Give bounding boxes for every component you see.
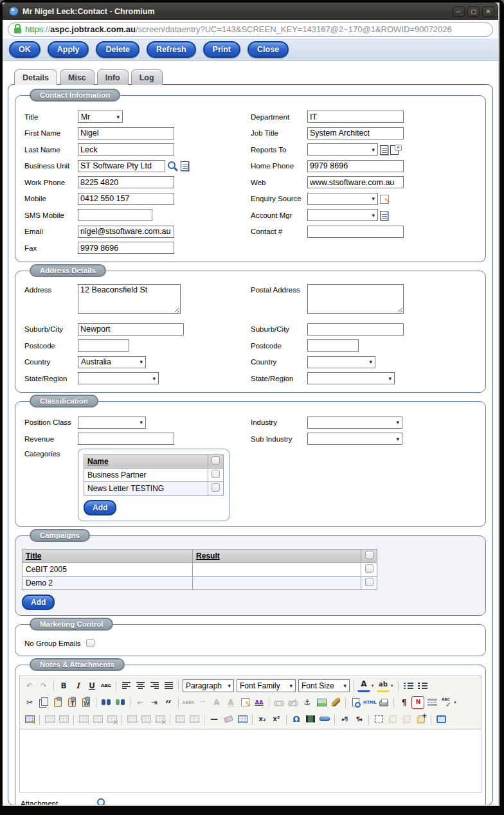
left-to-right-icon[interactable]: ▸¶ bbox=[338, 713, 351, 726]
spellcheck-icon[interactable] bbox=[440, 696, 453, 709]
industry-select[interactable]: ▾ bbox=[307, 416, 402, 429]
right-to-left-icon[interactable]: ¶◂ bbox=[352, 713, 365, 726]
apply-button[interactable]: Apply bbox=[48, 41, 89, 58]
align-left-icon[interactable] bbox=[120, 679, 132, 692]
print-icon[interactable] bbox=[377, 696, 390, 709]
align-center-icon[interactable] bbox=[134, 679, 147, 692]
nonbreaking-icon[interactable]: N bbox=[411, 696, 424, 709]
paste-from-word-icon[interactable] bbox=[80, 696, 93, 709]
tab-log[interactable]: Log bbox=[131, 69, 163, 85]
absolute-position-icon[interactable] bbox=[372, 713, 385, 726]
country-select[interactable]: Australia▾ bbox=[78, 356, 146, 368]
minimize-button[interactable]: ─ bbox=[453, 6, 465, 17]
categories-header-name[interactable]: Name bbox=[84, 454, 208, 468]
font-family-select[interactable]: Font Family▾ bbox=[237, 679, 296, 692]
media-icon[interactable] bbox=[304, 713, 317, 726]
fax-input[interactable] bbox=[78, 242, 174, 254]
postal-postcode-input[interactable] bbox=[307, 339, 359, 352]
category-row-checkbox[interactable] bbox=[212, 483, 220, 492]
state-region-select[interactable]: ▾ bbox=[78, 372, 159, 384]
copy-icon[interactable] bbox=[37, 696, 50, 709]
numbered-list-icon[interactable] bbox=[416, 679, 429, 692]
address-bar[interactable]: https :// aspc.jobtrack.com.au /screen/d… bbox=[8, 22, 493, 37]
horizontal-rule-icon[interactable]: — bbox=[208, 713, 221, 726]
document-icon[interactable] bbox=[380, 145, 388, 155]
ok-button[interactable]: OK bbox=[9, 41, 40, 58]
find-replace-icon[interactable] bbox=[114, 696, 127, 709]
italic-icon[interactable]: I bbox=[71, 679, 84, 692]
suburb-city-input[interactable] bbox=[78, 323, 184, 336]
indent-icon[interactable]: ⇥ bbox=[148, 696, 161, 709]
last-name-input[interactable] bbox=[78, 143, 174, 156]
tab-details[interactable]: Details bbox=[14, 69, 57, 85]
sub-industry-select[interactable]: ▾ bbox=[307, 433, 402, 445]
cut-icon[interactable]: ✂ bbox=[23, 696, 36, 709]
document-icon[interactable] bbox=[181, 161, 189, 171]
mobile-input[interactable] bbox=[78, 193, 174, 205]
print-button[interactable]: Print bbox=[203, 41, 240, 58]
title-select[interactable]: Mr▾ bbox=[78, 111, 123, 123]
enquiry-source-select[interactable]: ▾ bbox=[307, 193, 378, 205]
campaigns-add-button[interactable]: Add bbox=[22, 595, 55, 610]
cleanup-icon[interactable] bbox=[329, 696, 342, 709]
font-size-select[interactable]: Font Size▾ bbox=[298, 679, 350, 692]
page-break-icon[interactable] bbox=[426, 696, 438, 709]
account-mgr-select[interactable]: ▾ bbox=[307, 209, 378, 221]
bullet-list-icon[interactable] bbox=[402, 679, 415, 692]
close-button[interactable]: Close bbox=[248, 41, 289, 58]
no-group-emails-checkbox[interactable] bbox=[86, 639, 94, 647]
text-color-icon[interactable]: A bbox=[357, 679, 370, 692]
campaign-row-checkbox[interactable] bbox=[365, 578, 374, 586]
advanced-hr-icon[interactable] bbox=[318, 713, 331, 726]
highlight-color-icon[interactable]: ab bbox=[377, 679, 390, 692]
postal-suburb-city-input[interactable] bbox=[307, 323, 404, 336]
special-character-icon[interactable]: Ω bbox=[290, 713, 303, 726]
paste-as-text-icon[interactable] bbox=[66, 696, 78, 709]
categories-select-all-checkbox[interactable] bbox=[212, 456, 220, 465]
position-class-select[interactable]: ▾ bbox=[78, 416, 146, 429]
department-input[interactable] bbox=[307, 111, 404, 123]
citation-icon[interactable]: AA bbox=[253, 696, 266, 709]
delete-button[interactable]: Delete bbox=[96, 41, 140, 58]
text-color-caret[interactable]: ▾ bbox=[370, 679, 375, 692]
image-icon[interactable] bbox=[315, 696, 328, 709]
work-phone-input[interactable] bbox=[78, 176, 174, 188]
maximize-button[interactable]: ▢ bbox=[467, 6, 480, 17]
campaigns-header-result[interactable]: Result bbox=[193, 549, 361, 562]
visual-aid-icon[interactable] bbox=[236, 713, 249, 726]
web-input[interactable] bbox=[307, 176, 404, 188]
highlight-color-caret[interactable]: ▾ bbox=[389, 679, 395, 692]
campaigns-select-all-checkbox[interactable] bbox=[365, 551, 374, 559]
new-document-icon[interactable] bbox=[390, 145, 399, 155]
subscript-icon[interactable]: x₂ bbox=[256, 713, 269, 726]
html-source-icon[interactable]: HTML bbox=[363, 696, 376, 709]
superscript-icon[interactable]: x² bbox=[270, 713, 283, 726]
remove-formatting-icon[interactable] bbox=[222, 713, 235, 726]
first-name-input[interactable] bbox=[78, 127, 174, 139]
edit-icon[interactable] bbox=[380, 195, 389, 204]
categories-add-button[interactable]: Add bbox=[84, 500, 116, 515]
reports-to-select[interactable]: ▾ bbox=[307, 143, 378, 156]
postal-state-region-select[interactable]: ▾ bbox=[307, 372, 395, 384]
home-phone-input[interactable] bbox=[307, 160, 404, 172]
strikethrough-icon[interactable]: ABC bbox=[100, 679, 113, 692]
blockquote-icon[interactable]: “ bbox=[162, 696, 175, 709]
address-textarea[interactable] bbox=[78, 284, 181, 314]
tab-misc[interactable]: Misc bbox=[60, 69, 94, 85]
paragraph-format-select[interactable]: Paragraph▾ bbox=[183, 679, 234, 692]
attachment-search-icon[interactable] bbox=[96, 798, 108, 805]
postcode-input[interactable] bbox=[78, 339, 129, 352]
anchor-icon[interactable]: ⚓ bbox=[301, 696, 314, 709]
email-input[interactable] bbox=[78, 226, 174, 238]
tab-info[interactable]: Info bbox=[97, 69, 129, 85]
bold-icon[interactable]: B bbox=[57, 679, 70, 692]
contact-number-input[interactable] bbox=[307, 226, 404, 238]
align-justify-icon[interactable] bbox=[162, 679, 175, 692]
postal-address-textarea[interactable] bbox=[307, 284, 404, 314]
visual-chars-icon[interactable]: ¶ bbox=[397, 696, 410, 709]
insert-layer-icon[interactable] bbox=[415, 713, 428, 726]
category-row-checkbox[interactable] bbox=[212, 470, 220, 478]
close-window-button[interactable]: ✕ bbox=[482, 6, 494, 17]
sms-mobile-input[interactable] bbox=[78, 209, 152, 221]
refresh-button[interactable]: Refresh bbox=[147, 41, 196, 58]
